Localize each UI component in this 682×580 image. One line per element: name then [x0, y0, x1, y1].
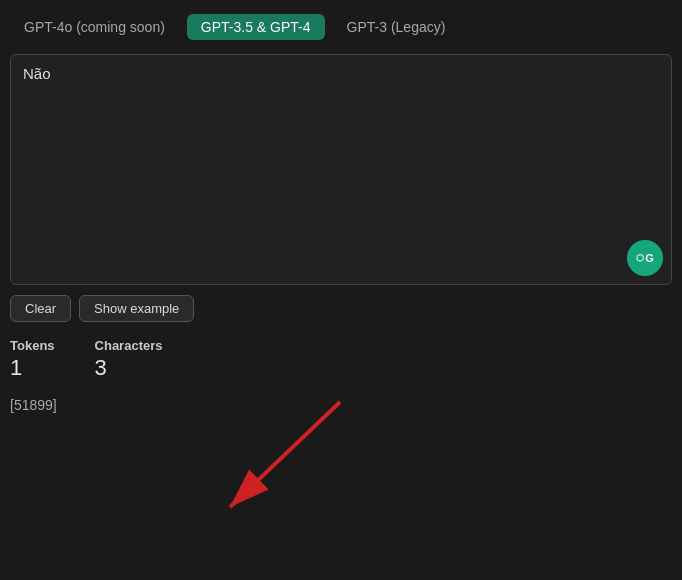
characters-label: Characters: [95, 338, 163, 353]
tab-gpt35[interactable]: GPT-3.5 & GPT-4: [187, 14, 325, 40]
grammarly-icon: ⬡G: [636, 252, 654, 264]
tokens-stat: Tokens 1: [10, 338, 55, 381]
svg-line-1: [230, 402, 340, 507]
tab-gpt3[interactable]: GPT-3 (Legacy): [333, 14, 460, 40]
red-arrow-icon: [170, 397, 350, 527]
input-area: Não ⬡G: [10, 54, 672, 285]
action-buttons: Clear Show example: [10, 295, 672, 322]
stats-row: Tokens 1 Characters 3: [10, 338, 672, 381]
characters-stat: Characters 3: [95, 338, 163, 381]
characters-value: 3: [95, 355, 163, 381]
clear-button[interactable]: Clear: [10, 295, 71, 322]
model-tabs: GPT-4o (coming soon) GPT-3.5 & GPT-4 GPT…: [10, 10, 672, 44]
tokens-label: Tokens: [10, 338, 55, 353]
text-input[interactable]: Não: [23, 65, 659, 240]
tokens-value: 1: [10, 355, 55, 381]
tab-gpt4o[interactable]: GPT-4o (coming soon): [10, 14, 179, 40]
bottom-section: Text Token IDs: [10, 497, 672, 580]
show-example-button[interactable]: Show example: [79, 295, 194, 322]
grammarly-button[interactable]: ⬡G: [627, 240, 663, 276]
